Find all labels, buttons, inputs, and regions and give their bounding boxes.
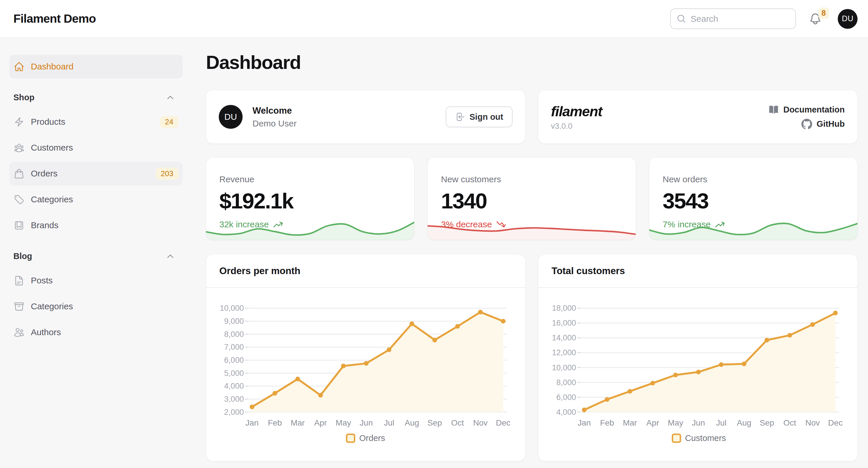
app-logo[interactable]: Filament Demo: [13, 12, 96, 26]
new-customers-sparkline: [428, 216, 636, 240]
sidebar-item-label: Brands: [31, 220, 59, 230]
svg-text:Aug: Aug: [737, 418, 751, 427]
svg-text:8,000: 8,000: [224, 330, 244, 339]
topbar: Filament Demo 8 DU: [0, 0, 868, 38]
github-link[interactable]: GitHub: [801, 119, 845, 129]
sidebar-item-label: Authors: [31, 327, 61, 337]
sidebar-item-label: Customers: [31, 143, 73, 153]
stat-card-revenue: Revenue $192.1k 32k increase: [206, 158, 414, 240]
svg-text:2,000: 2,000: [224, 407, 244, 416]
sidebar-item-categories[interactable]: Categories: [9, 188, 183, 211]
svg-text:Aug: Aug: [405, 418, 419, 427]
svg-text:Jul: Jul: [384, 418, 394, 427]
svg-text:Jan: Jan: [578, 418, 591, 427]
sidebar-group-blog-toggle[interactable]: Blog: [9, 252, 183, 261]
svg-text:Oct: Oct: [783, 418, 796, 427]
sidebar-item-blog-categories[interactable]: Categories: [9, 295, 183, 318]
stat-value: 1340: [441, 188, 622, 213]
sidebar-item-orders[interactable]: Orders 203: [9, 162, 183, 186]
svg-text:Feb: Feb: [268, 418, 282, 427]
bolt-icon: [14, 116, 25, 127]
welcome-title: Welcome: [252, 105, 297, 116]
sidebar-item-authors[interactable]: Authors: [9, 320, 183, 344]
notifications-button[interactable]: 8: [809, 12, 822, 26]
svg-text:8,000: 8,000: [556, 378, 576, 387]
bookmark-square-icon: [14, 220, 25, 231]
sidebar-item-products[interactable]: Products 24: [9, 110, 183, 134]
filament-logo: filament: [551, 103, 602, 120]
svg-text:Apr: Apr: [646, 418, 659, 427]
svg-text:Feb: Feb: [600, 418, 614, 427]
svg-text:Nov: Nov: [805, 418, 820, 427]
svg-text:3,000: 3,000: [224, 395, 244, 403]
search-input[interactable]: [690, 14, 789, 24]
svg-text:Mar: Mar: [623, 418, 637, 427]
svg-text:Sep: Sep: [760, 418, 774, 427]
filament-links: Documentation GitHub: [768, 104, 845, 129]
sidebar-item-label: Categories: [31, 195, 73, 204]
svg-text:Jun: Jun: [692, 418, 705, 427]
svg-text:16,000: 16,000: [552, 318, 576, 327]
legend-item-customers[interactable]: Customers: [673, 433, 726, 443]
revenue-sparkline: [206, 216, 414, 240]
svg-text:Mar: Mar: [290, 418, 305, 427]
svg-text:Jun: Jun: [360, 418, 373, 427]
stat-card-new-orders: New orders 3543 7% increase: [649, 158, 858, 240]
documentation-link[interactable]: Documentation: [768, 104, 845, 115]
tag-icon: [14, 194, 25, 205]
account-widget: DU Welcome Demo User Sign out: [206, 90, 525, 143]
sidebar-group-label: Shop: [13, 93, 35, 102]
stats-row: Revenue $192.1k 32k increase New custome…: [206, 158, 858, 240]
legend-item-orders[interactable]: Orders: [347, 433, 385, 443]
svg-text:Dec: Dec: [828, 418, 843, 427]
chevron-up-icon: [166, 93, 175, 102]
notifications-badge: 8: [818, 7, 829, 19]
filament-version: v3.0.0: [551, 122, 602, 131]
sidebar-item-posts[interactable]: Posts: [9, 269, 183, 293]
welcome-username: Demo User: [252, 119, 297, 129]
orders-chart-canvas[interactable]: 2,0003,0004,0005,0006,0007,0008,0009,000…: [206, 288, 525, 461]
stat-value: $192.1k: [219, 188, 401, 213]
sign-out-button[interactable]: Sign out: [446, 106, 513, 127]
sidebar-item-label: Orders: [31, 169, 58, 178]
chart-header: Orders per month: [206, 254, 525, 288]
svg-text:Nov: Nov: [473, 418, 488, 427]
sidebar-item-dashboard[interactable]: Dashboard: [9, 55, 183, 78]
user-group-icon: [14, 142, 25, 153]
chevron-up-icon: [166, 252, 175, 261]
user-avatar[interactable]: DU: [838, 9, 858, 29]
svg-text:Jan: Jan: [246, 418, 258, 427]
svg-text:7,000: 7,000: [224, 342, 244, 352]
svg-text:9,000: 9,000: [224, 316, 244, 326]
charts-row: Orders per month 2,0003,0004,0005,0006,0…: [206, 254, 858, 461]
stat-label: New orders: [663, 174, 844, 184]
archive-box-icon: [14, 301, 25, 312]
sidebar-item-customers[interactable]: Customers: [9, 136, 183, 160]
total-customers-chart-card: Total customers 4,0006,0008,00010,00012,…: [538, 254, 858, 461]
new-orders-sparkline: [649, 216, 858, 240]
stat-value: 3543: [663, 188, 844, 213]
svg-text:Customers: Customers: [685, 433, 726, 443]
shopping-bag-icon: [14, 168, 25, 179]
svg-text:18,000: 18,000: [552, 303, 576, 312]
svg-text:14,000: 14,000: [552, 333, 576, 342]
svg-text:4,000: 4,000: [224, 381, 244, 390]
topbar-actions: 8 DU: [670, 8, 858, 29]
github-label: GitHub: [816, 119, 845, 129]
sidebar-item-brands[interactable]: Brands: [9, 213, 183, 237]
logout-icon: [455, 112, 465, 122]
sidebar-item-label: Categories: [31, 301, 73, 311]
svg-text:May: May: [668, 418, 683, 427]
orders-per-month-chart-card: Orders per month 2,0003,0004,0005,0006,0…: [206, 254, 525, 461]
sidebar-item-label: Products: [31, 117, 65, 127]
filament-brand: filament v3.0.0: [551, 103, 602, 131]
customers-chart-canvas[interactable]: 4,0006,0008,00010,00012,00014,00016,0001…: [538, 288, 858, 461]
sidebar-group-shop: Shop Products 24 Customers Orders 203 Ca…: [9, 93, 183, 237]
github-icon: [801, 119, 812, 129]
svg-text:Dec: Dec: [496, 418, 510, 427]
sidebar-group-label: Blog: [13, 252, 32, 261]
products-count-badge: 24: [160, 116, 178, 128]
svg-text:4,000: 4,000: [556, 407, 576, 416]
chart-title: Orders per month: [219, 265, 301, 276]
sidebar-group-shop-toggle[interactable]: Shop: [9, 93, 183, 102]
